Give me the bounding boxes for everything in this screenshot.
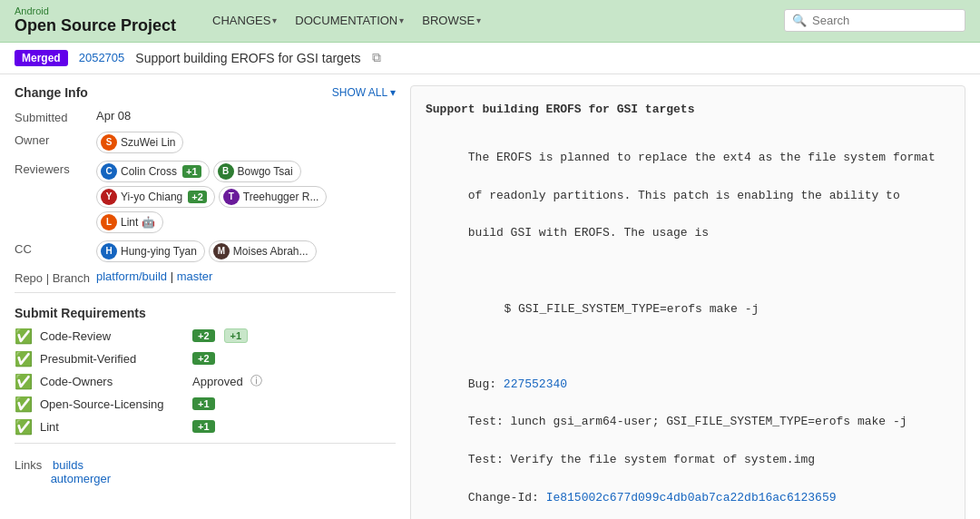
right-panel: Support building EROFS for GSI targets T… — [410, 85, 965, 519]
lint-robot-icon: 🤖 — [142, 216, 155, 229]
automerger-link[interactable]: automerger — [51, 472, 111, 485]
android-label: Android — [15, 5, 176, 16]
owner-name: S SzuWei Lin — [96, 132, 396, 153]
brand: Android Open Source Project — [15, 5, 176, 36]
reviewer-bowgo-tsai[interactable]: B Bowgo Tsai — [213, 161, 301, 182]
search-bar[interactable]: 🔍 — [784, 9, 965, 32]
status-bar: Merged 2052705 Support building EROFS fo… — [0, 43, 980, 74]
divider-1 — [15, 292, 396, 293]
show-all-link[interactable]: SHOW ALL ▾ — [332, 86, 396, 99]
owner-chip[interactable]: S SzuWei Lin — [96, 132, 183, 153]
cc-avatar-moises: M — [213, 243, 230, 260]
presubmit-vote: +2 — [192, 352, 215, 365]
repo-link[interactable]: platform/build — [96, 269, 167, 283]
changes-dropdown-arrow: ▾ — [272, 15, 277, 25]
builds-link[interactable]: builds — [53, 458, 83, 472]
code-block: $ GSI_FILE_SYSTEM_TYPE=erofs make -j — [490, 302, 759, 316]
cc-hung-ying[interactable]: H Hung-ying Tyan — [96, 240, 205, 262]
approved-text: Approved — [192, 375, 243, 388]
reviewer-lint[interactable]: L Lint 🤖 — [96, 211, 163, 233]
reviewer-avatar-bowgo: B — [218, 163, 234, 180]
reviewer-avatar-colin: C — [101, 163, 117, 180]
branch-link[interactable]: master — [177, 269, 213, 283]
lint-vote: +1 — [192, 420, 215, 433]
reviewer-avatar-lint: L — [101, 214, 117, 230]
change-info-header: Change Info SHOW ALL ▾ — [15, 85, 396, 100]
nav-changes[interactable]: CHANGES ▾ — [205, 10, 284, 31]
reviewer-colin-cross[interactable]: C Colin Cross +1 — [96, 161, 210, 182]
change-info-title: Change Info — [15, 85, 88, 100]
check-icon-code-owners: ✅ — [15, 373, 33, 390]
check-icon-presubmit: ✅ — [15, 350, 33, 367]
colin-vote: +1 — [182, 165, 201, 178]
copy-icon[interactable]: ⧉ — [372, 50, 381, 65]
req-open-source: ✅ Open-Source-Licensing +1 — [15, 396, 396, 413]
req-name-presubmit: Presubmit-Verified — [40, 352, 185, 366]
cc-avatar-hung: H — [101, 243, 117, 260]
divider-2 — [15, 443, 396, 444]
reviewers-label: Reviewers — [15, 161, 96, 176]
req-code-owners: ✅ Code-Owners Approved ⓘ — [15, 373, 396, 390]
repo-branch-value: platform/build | master — [96, 269, 396, 283]
bug-link[interactable]: 227552340 — [504, 377, 567, 391]
owner-row: Owner S SzuWei Lin — [15, 132, 396, 153]
open-source-vote: +1 — [192, 397, 215, 410]
search-icon: 🔍 — [792, 14, 807, 27]
reviewers-row: Reviewers C Colin Cross +1 B Bowgo Tsai … — [15, 161, 396, 233]
submitted-date: Apr 08 — [96, 109, 396, 122]
code-review-vote-2: +2 — [192, 329, 215, 342]
owner-label: Owner — [15, 132, 96, 147]
req-name-lint: Lint — [40, 420, 185, 434]
left-panel: Change Info SHOW ALL ▾ Submitted Apr 08 … — [15, 85, 396, 485]
project-name: Open Source Project — [15, 16, 176, 36]
search-input[interactable] — [812, 14, 957, 27]
submitted-label: Submitted — [15, 109, 96, 124]
change-number-link[interactable]: 2052705 — [79, 51, 125, 64]
check-icon-lint: ✅ — [15, 418, 33, 436]
req-name-code-review: Code-Review — [40, 329, 185, 343]
code-review-vote-1: +1 — [224, 328, 249, 343]
cc-moises[interactable]: M Moises Abrah... — [209, 240, 317, 262]
check-icon-code-review: ✅ — [15, 328, 33, 345]
req-presubmit-verified: ✅ Presubmit-Verified +2 — [15, 350, 396, 367]
cc-label: CC — [15, 240, 96, 256]
reviewers-container: C Colin Cross +1 B Bowgo Tsai Y Yi-yo Ch… — [96, 161, 396, 233]
info-circle-icon[interactable]: ⓘ — [250, 373, 262, 389]
reviewer-yiyo-chiang[interactable]: Y Yi-yo Chiang +2 — [96, 186, 215, 208]
reviewer-avatar-yiyo: Y — [101, 189, 117, 205]
submitted-row: Submitted Apr 08 — [15, 109, 396, 124]
documentation-dropdown-arrow: ▾ — [399, 15, 404, 25]
cc-container: H Hung-ying Tyan M Moises Abrah... — [96, 240, 396, 262]
req-name-code-owners: Code-Owners — [40, 375, 185, 388]
submit-req-title: Submit Requirements — [15, 306, 396, 320]
repo-branch-label: Repo | Branch — [15, 269, 96, 285]
links-section: Links builds automerger — [15, 458, 396, 485]
main-layout: Change Info SHOW ALL ▾ Submitted Apr 08 … — [0, 74, 980, 519]
commit-body: The EROFS is planned to replace the ext4… — [426, 130, 950, 519]
merged-badge: Merged — [15, 50, 68, 66]
owner-avatar: S — [101, 134, 117, 151]
nav-links: CHANGES ▾ DOCUMENTATION ▾ BROWSE ▾ — [205, 10, 488, 31]
browse-dropdown-arrow: ▾ — [476, 15, 481, 25]
header: Android Open Source Project CHANGES ▾ DO… — [0, 0, 980, 43]
commit-title: Support building EROFS for GSI targets — [426, 101, 950, 120]
req-lint: ✅ Lint +1 — [15, 418, 396, 436]
cc-row: CC H Hung-ying Tyan M Moises Abrah... — [15, 240, 396, 262]
yiyo-vote: +2 — [188, 191, 207, 203]
req-name-open-source: Open-Source-Licensing — [40, 397, 185, 411]
nav-documentation[interactable]: DOCUMENTATION ▾ — [288, 10, 411, 31]
links-label: Links — [15, 458, 42, 472]
reviewer-treehugger[interactable]: T Treehugger R... — [219, 186, 328, 208]
change-title: Support building EROFS for GSI targets — [135, 51, 360, 65]
check-icon-open-source: ✅ — [15, 396, 33, 413]
reviewer-avatar-treehugger: T — [223, 189, 240, 205]
repo-branch-row: Repo | Branch platform/build | master — [15, 269, 396, 285]
nav-browse[interactable]: BROWSE ▾ — [415, 10, 488, 31]
req-code-review: ✅ Code-Review +2 +1 — [15, 328, 396, 345]
change-id-link[interactable]: Ie815002c677d099c4db0ab7ca22db16ac612365… — [546, 491, 837, 504]
